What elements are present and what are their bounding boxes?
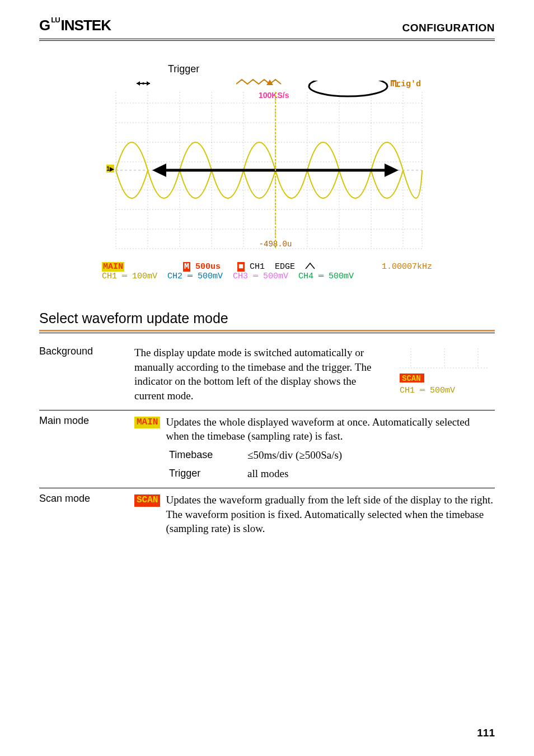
label-main-mode: Main mode xyxy=(39,415,134,482)
freq-readout: 1.00007kHz xyxy=(382,262,432,272)
row-scan-mode: Scan mode SCAN Updates the waveform grad… xyxy=(39,488,495,543)
main-timebase-value: ≤50ms/div (≥500Sa/s) xyxy=(247,448,342,463)
badge-main: MAIN xyxy=(134,417,160,429)
background-text: The display update mode is switched auto… xyxy=(134,346,387,403)
svg-text:CH1 ═ 500mV: CH1 ═ 500mV xyxy=(400,386,455,395)
scope-bottom-bar-2: CH1 ═ 100mV CH2 ═ 500mV CH3 ═ 500mV CH4 … xyxy=(102,272,432,281)
ch2-scale: CH2 ═ 500mV xyxy=(167,272,223,281)
timebase: M xyxy=(183,262,190,272)
row-main-mode: Main mode MAIN Updates the whole display… xyxy=(39,410,495,489)
main-trigger-label: Trigger xyxy=(169,466,247,481)
ch4-scale: CH4 ═ 500mV xyxy=(298,272,354,281)
svg-text:SCAN: SCAN xyxy=(402,374,421,383)
row-background: Background The display update mode is sw… xyxy=(39,341,495,410)
scope-bottom-bar-1: MAIN M 500us ■ CH1 EDGE 1.00007kHz xyxy=(102,262,432,272)
oscilloscope-screenshot: Trig'd 100KS/s xyxy=(102,81,432,293)
header-rule xyxy=(39,39,495,41)
section-rule xyxy=(39,330,495,333)
brand-rest: INSTEK xyxy=(61,17,111,34)
page-number: 111 xyxy=(477,727,495,739)
main-mode-text: Updates the whole displayed waveform at … xyxy=(166,415,495,444)
main-timebase-label: Timebase xyxy=(169,448,247,463)
main-trigger-value: all modes xyxy=(247,466,288,481)
section-title: CONFIGURATION xyxy=(402,22,495,34)
brand-g: G xyxy=(39,17,50,34)
label-background: Background xyxy=(39,346,134,403)
badge-scan: SCAN xyxy=(134,494,160,507)
trig-src-icon: ■ xyxy=(237,262,245,272)
scan-mode-text: Updates the waveform gradually from the … xyxy=(166,493,495,536)
ch3-scale: CH3 ═ 500mV xyxy=(233,272,288,281)
section-heading: Select waveform update mode xyxy=(39,310,495,326)
svg-marker-30 xyxy=(385,164,399,177)
mode-indicator-snippet: SCAN CH1 ═ 500mV xyxy=(394,346,495,396)
svg-point-27 xyxy=(309,81,387,96)
scope-plot: -498.0u xyxy=(102,81,432,260)
brand-logo: GLUINSTEK xyxy=(39,17,111,34)
label-scan-mode: Scan mode xyxy=(39,493,134,536)
trigger-heading: Trigger xyxy=(168,63,534,75)
svg-marker-29 xyxy=(152,164,166,177)
ch1-scale: CH1 ═ 100mV xyxy=(102,272,157,281)
brand-sup: LU xyxy=(51,16,59,24)
ch1-marker: 1▶ xyxy=(106,165,114,172)
mode-badge: MAIN xyxy=(102,262,124,272)
